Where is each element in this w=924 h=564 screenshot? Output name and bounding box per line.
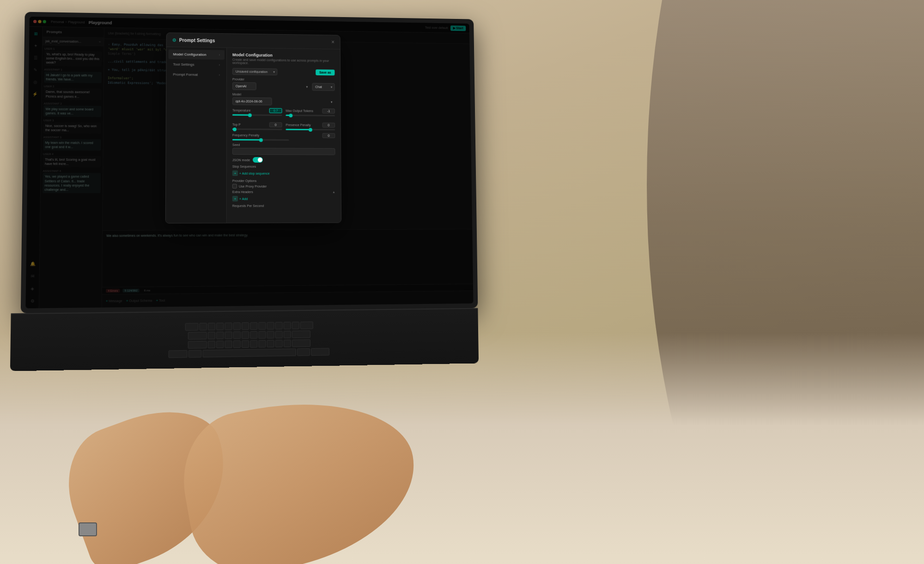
prompt-settings-modal: ⚙ Prompt Settings × Model Configuration …	[165, 32, 341, 224]
presence-track[interactable]	[286, 129, 335, 131]
key-w	[208, 322, 215, 330]
seed-field: Seed	[232, 143, 335, 155]
top-p-label: Top P	[232, 123, 241, 126]
key-slash	[284, 340, 291, 347]
key-a	[208, 332, 215, 340]
key-b	[242, 340, 249, 348]
temp-track[interactable]	[232, 114, 282, 116]
presence-label-row: Presence Penalty 0	[286, 122, 335, 128]
collapse-icon: ▲	[332, 190, 335, 194]
sliders-grid: Temperature 0.7	[232, 108, 335, 133]
laptop-keyboard	[10, 308, 479, 371]
freq-track[interactable]	[232, 139, 289, 141]
type-select-wrapper: Chat	[312, 83, 334, 91]
key-backspace	[300, 321, 313, 329]
key-e	[216, 322, 224, 330]
json-mode-toggle[interactable]	[253, 157, 263, 163]
type-select[interactable]: Chat	[312, 83, 334, 91]
keyboard-row-1	[185, 321, 313, 331]
stop-sequences-section: Stop Sequences + + Add stop sequence	[232, 165, 335, 177]
max-tokens-thumb[interactable]	[289, 114, 292, 117]
max-tokens-label-row: Max Output Tokens -1	[286, 108, 335, 114]
key-d	[225, 331, 232, 339]
key-space	[202, 348, 296, 357]
freq-label-row: Frequency Penalty 0	[232, 133, 335, 138]
key-c	[225, 340, 232, 348]
json-mode-row: JSON mode	[232, 157, 335, 163]
extra-headers-title: Extra Headers	[232, 190, 253, 194]
model-select[interactable]: gpt-4o-2024-08-06	[232, 97, 272, 106]
save-as-button[interactable]: Save as	[316, 69, 334, 75]
nav-prompt-format[interactable]: Prompt Format ›	[168, 70, 225, 80]
key-r	[225, 322, 232, 330]
proxy-checkbox[interactable]	[232, 184, 237, 188]
nav-tool-settings[interactable]: Tool Settings ›	[168, 60, 225, 70]
key-caps	[188, 332, 207, 340]
unsaved-config-select[interactable]: Unsaved configuration	[232, 68, 277, 75]
settings-icon: ⚙	[172, 37, 176, 42]
laptop-bezel: Personal › Playground Playground Test ov…	[21, 12, 478, 313]
scroll-hint	[232, 209, 336, 218]
key-y	[242, 322, 249, 330]
key-o	[267, 322, 274, 329]
add-header-label: + Add	[239, 197, 248, 200]
provider-field-row: OpenAI Chat	[232, 82, 335, 91]
key-u	[250, 322, 257, 329]
modal-close-button[interactable]: ×	[331, 39, 334, 45]
top-p-value: 0	[269, 122, 282, 127]
save-config-row: Unsaved configuration Save as	[232, 68, 335, 76]
top-p-label-row: Top P 0	[232, 122, 282, 127]
add-header-btn[interactable]: + + Add	[232, 195, 248, 202]
key-g	[242, 331, 249, 339]
provider-select[interactable]: OpenAI	[232, 82, 256, 90]
modal-title: Prompt Settings	[179, 37, 215, 43]
key-n	[250, 340, 257, 348]
plus-icon-header: +	[232, 196, 238, 201]
provider-options-title: Provider Options	[232, 179, 335, 182]
key-i	[258, 322, 266, 329]
json-mode-label: JSON mode	[232, 158, 250, 161]
key-k	[267, 331, 274, 339]
screen-content: Personal › Playground Playground Test ov…	[25, 17, 473, 309]
nav-model-config-label: Model Configuration	[173, 52, 207, 57]
key-shift-l	[188, 340, 207, 348]
keyboard-row-2	[188, 330, 310, 340]
seed-input[interactable]	[232, 148, 335, 155]
temp-thumb[interactable]	[248, 113, 252, 117]
key-m	[258, 340, 266, 347]
key-enter	[292, 330, 310, 338]
presence-thumb[interactable]	[309, 128, 312, 132]
modal-header: ⚙ Prompt Settings ×	[167, 33, 340, 49]
temp-value: 0.7	[269, 108, 282, 113]
temp-fill	[232, 114, 250, 115]
hand-right	[172, 383, 428, 564]
keyboard-row-3	[188, 339, 310, 348]
modal-nav: Model Configuration › Tool Settings › Pr…	[166, 47, 227, 223]
extra-headers-header[interactable]: Extra Headers ▲	[232, 190, 335, 194]
toggle-knob	[258, 158, 262, 162]
key-comma	[267, 340, 274, 347]
nav-model-config[interactable]: Model Configuration ›	[168, 49, 225, 60]
freq-fill	[232, 139, 261, 140]
key-l	[275, 331, 283, 338]
freq-value: 0	[322, 133, 335, 138]
key-rbrace	[292, 321, 299, 329]
model-select-wrapper: gpt-4o-2024-08-06	[232, 97, 335, 106]
key-q	[199, 322, 207, 330]
freq-thumb[interactable]	[259, 138, 262, 142]
max-tokens-track[interactable]	[286, 115, 335, 116]
chevron-icon-3: ›	[219, 73, 220, 77]
max-tokens-slider-section: Max Output Tokens -1	[286, 108, 335, 116]
chevron-icon-1: ›	[219, 53, 220, 56]
add-stop-btn[interactable]: + + Add stop sequence	[232, 170, 270, 177]
nav-tool-settings-label: Tool Settings	[173, 62, 195, 67]
config-section-title: Model Configuration	[232, 53, 334, 59]
chevron-icon-2: ›	[219, 63, 220, 67]
top-p-thumb[interactable]	[233, 127, 237, 131]
keyboard-row-4	[169, 348, 330, 358]
top-p-track[interactable]	[232, 128, 282, 130]
key-z	[208, 340, 215, 348]
key-s	[216, 331, 224, 339]
key-semi	[284, 330, 291, 338]
key-f	[233, 331, 241, 339]
